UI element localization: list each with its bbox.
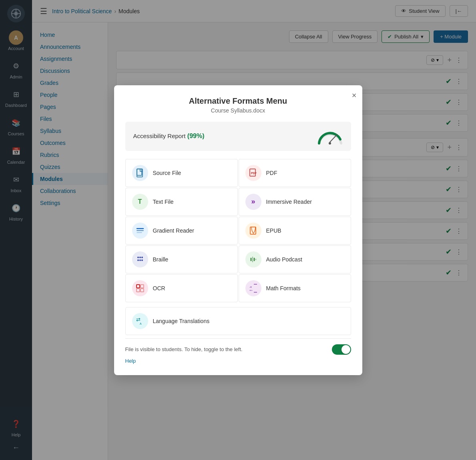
format-epub[interactable]: EPUB: [239, 217, 351, 245]
visibility-text: File is visible to students. To hide, to…: [125, 346, 243, 352]
text-file-label: Text File: [153, 199, 174, 205]
gradient-reader-icon: [132, 223, 148, 239]
svg-rect-23: [141, 285, 144, 288]
math-formats-icon: -x+÷: [245, 280, 261, 296]
pdf-label: PDF: [266, 170, 277, 176]
format-immersive-reader[interactable]: » Immersive Reader: [239, 188, 351, 216]
svg-text:A: A: [140, 322, 142, 325]
ocr-icon: [132, 280, 148, 296]
svg-point-18: [141, 257, 143, 258]
audio-podcast-icon: [245, 251, 261, 267]
modal-close-button[interactable]: ×: [352, 91, 357, 100]
epub-icon: [245, 223, 261, 239]
svg-rect-24: [137, 289, 140, 292]
format-gradient-reader[interactable]: Gradient Reader: [125, 217, 238, 245]
modal-title: Alternative Formats Menu: [125, 96, 351, 106]
svg-rect-25: [141, 289, 144, 292]
accessibility-gauge: [317, 127, 343, 145]
svg-rect-8: [137, 169, 142, 175]
svg-text:-x: -x: [249, 285, 252, 288]
help-link[interactable]: Help: [125, 358, 351, 364]
epub-label: EPUB: [266, 227, 281, 234]
text-file-icon: T: [132, 194, 148, 210]
svg-point-16: [137, 257, 139, 258]
format-text-file[interactable]: T Text File: [125, 188, 238, 216]
svg-point-17: [139, 257, 141, 258]
accessibility-percent: (99%): [187, 133, 205, 139]
svg-text:PDF: PDF: [251, 172, 257, 175]
modal-subtitle: Course Syllabus.docx: [125, 107, 351, 114]
modal-footer: File is visible to students. To hide, to…: [125, 338, 351, 355]
braille-label: Braille: [153, 256, 169, 263]
format-ocr[interactable]: OCR: [125, 274, 238, 302]
accessibility-bar: Accessibility Report (99%): [125, 122, 351, 151]
visibility-toggle[interactable]: [332, 344, 351, 355]
svg-point-20: [139, 259, 141, 261]
audio-podcast-label: Audio Podcast: [266, 256, 302, 263]
svg-point-19: [137, 259, 139, 261]
format-braille[interactable]: Braille: [125, 245, 238, 273]
alternative-formats-modal: × Alternative Formats Menu Course Syllab…: [114, 85, 362, 375]
braille-icon: [132, 251, 148, 267]
source-file-icon: [132, 165, 148, 181]
ocr-label: OCR: [153, 285, 165, 291]
gradient-reader-label: Gradient Reader: [153, 227, 195, 234]
formats-grid: Source File PDF PDF T Text File » Immers…: [125, 159, 351, 302]
language-translations-label: Language Translations: [153, 318, 210, 324]
toggle-knob: [341, 345, 350, 354]
source-file-label: Source File: [153, 170, 181, 176]
svg-rect-22: [137, 285, 140, 288]
svg-point-21: [141, 259, 143, 261]
format-source-file[interactable]: Source File: [125, 159, 238, 187]
pdf-icon: PDF: [245, 165, 261, 181]
immersive-reader-icon: »: [245, 194, 261, 210]
format-audio-podcast[interactable]: Audio Podcast: [239, 245, 351, 273]
svg-text:+÷: +÷: [249, 289, 253, 292]
format-math-formats[interactable]: -x+÷ Math Formats: [239, 274, 351, 302]
immersive-reader-label: Immersive Reader: [266, 199, 312, 205]
svg-text:⇄: ⇄: [136, 317, 141, 323]
accessibility-report-label: Accessibility Report (99%): [133, 133, 205, 140]
modal-overlay[interactable]: × Alternative Formats Menu Course Syllab…: [0, 0, 476, 460]
language-translations-icon: ⇄A: [132, 313, 148, 329]
math-formats-label: Math Formats: [266, 285, 301, 291]
format-language-translations[interactable]: ⇄A Language Translations: [125, 307, 351, 335]
format-pdf[interactable]: PDF PDF: [239, 159, 351, 187]
